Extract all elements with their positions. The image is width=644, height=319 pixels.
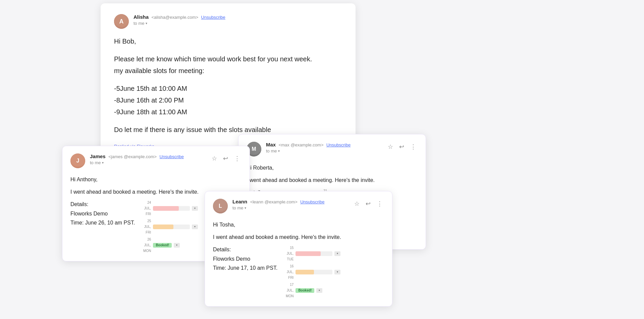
chevron-down-icon-max[interactable]: ▾ xyxy=(278,149,280,153)
greeting: Hi Bob, xyxy=(114,36,342,47)
body-max-1: I went ahead and booked a meeting. Here'… xyxy=(247,176,418,185)
cal-row-2-james: 25 JUL, FRI ▾ xyxy=(142,218,198,235)
unsubscribe-link-max[interactable]: Unsubscribe xyxy=(326,142,351,147)
cal-day-3-leann: 17 JUL, MON xyxy=(284,282,293,299)
cal-bar-1-leann xyxy=(296,251,332,256)
star-icon-leann[interactable]: ☆ xyxy=(353,199,361,209)
email-header-max: M Max <max @example.com> Unsubscribe to … xyxy=(247,142,418,156)
cal-booked-james: Booked! xyxy=(153,243,172,248)
sender-email-max: <max @example.com> xyxy=(279,142,324,147)
email-header-james: J James <james @example.com> Unsubscribe… xyxy=(70,153,241,168)
cal-day-2-leann: 16 JUL, FRI xyxy=(284,263,293,280)
email-card-leann: L Leann <leann @example.com> Unsubscribe… xyxy=(205,191,392,307)
unsubscribe-link-james[interactable]: Unsubscribe xyxy=(160,154,184,159)
avatar-face-leann: L xyxy=(213,199,228,213)
more-icon-james[interactable]: ⋮ xyxy=(233,153,241,164)
cal-dropdown-2-james[interactable]: ▾ xyxy=(192,225,198,229)
to-me-max: to me ▾ xyxy=(266,148,382,153)
star-icon-max[interactable]: ☆ xyxy=(386,142,394,152)
avatar-james: J xyxy=(70,153,85,168)
cal-bar-2-james xyxy=(153,225,190,229)
sender-email: <alisha@example.com> xyxy=(151,15,198,20)
slot-2: -8June 16th at 2:00 PM xyxy=(114,94,342,106)
details-text-james: Details: Floworks Demo Time: June 26, 10… xyxy=(70,200,135,227)
cal-row-1-james: 24 JUL, FRI ▾ xyxy=(142,200,198,217)
unsubscribe-link-leann[interactable]: Unsubscribe xyxy=(300,199,324,204)
body-text-1: Please let me know which time would work… xyxy=(114,53,342,65)
time-james: Time: June 26, 10 am PST. xyxy=(70,218,135,227)
cal-row-3-leann: 17 JUL, MON Booked! ▾ xyxy=(284,282,340,299)
cal-row-3-james: 26 JUL, MON Booked! ▾ xyxy=(142,237,198,254)
avatar-leann: L xyxy=(213,199,228,213)
cal-booked-leann: Booked! xyxy=(296,288,314,293)
body-text-2: my available slots for meeting: xyxy=(114,65,342,77)
slot-1: -5June 15th at 10:00 AM xyxy=(114,83,342,94)
chevron-down-icon[interactable]: ▾ xyxy=(146,21,147,25)
cal-bar-fill-1-leann xyxy=(296,251,321,256)
cal-dropdown-2-leann[interactable]: ▾ xyxy=(334,270,340,274)
slot-3: -9June 18th at 11:00 AM xyxy=(114,106,342,118)
cal-bar-fill-1-james xyxy=(153,206,179,211)
email-header-main: A Alisha <alisha@example.com> Unsubscrib… xyxy=(114,14,342,29)
cal-row-2-leann: 16 JUL, FRI ▾ xyxy=(284,263,340,280)
sender-name: Alisha xyxy=(133,14,149,20)
time-leann: Time: June 17, 10 am PST. xyxy=(213,263,277,272)
star-icon-james[interactable]: ☆ xyxy=(210,153,218,164)
chevron-down-icon-james[interactable]: ▾ xyxy=(102,161,104,165)
reply-icon-james[interactable]: ↩ xyxy=(222,153,229,164)
to-me-leann: to me ▾ xyxy=(232,205,348,210)
to-me-main: to me ▾ xyxy=(133,21,342,26)
cal-dropdown-3-leann[interactable]: ▾ xyxy=(316,288,322,293)
sender-info-james: James <james @example.com> Unsubscribe t… xyxy=(90,153,206,165)
cal-dropdown-1-leann[interactable]: ▾ xyxy=(334,251,340,256)
cal-dropdown-1-james[interactable]: ▾ xyxy=(192,206,198,211)
unsubscribe-link-main[interactable]: Unsubscribe xyxy=(201,15,225,20)
sender-email-james: <james @example.com> xyxy=(108,154,157,159)
header-actions-max: ☆ ↩ ⋮ xyxy=(386,142,418,152)
email-header-leann: L Leann <leann @example.com> Unsubscribe… xyxy=(213,199,384,213)
greeting-james: Hi Anthony, xyxy=(70,175,241,184)
chevron-down-icon-leann[interactable]: ▾ xyxy=(245,206,246,210)
cal-dropdown-3-james[interactable]: ▾ xyxy=(174,243,180,248)
cal-widget-james: 24 JUL, FRI ▾ 25 JUL, FRI ▾ 26 JUL, MON … xyxy=(142,200,198,254)
header-actions-james: ☆ ↩ ⋮ xyxy=(210,153,241,164)
sender-name-james: James xyxy=(90,153,106,159)
greeting-leann: Hi Tosha, xyxy=(213,220,384,229)
sender-info-leann: Leann <leann @example.com> Unsubscribe t… xyxy=(232,199,348,210)
reply-icon-leann[interactable]: ↩ xyxy=(364,199,372,209)
avatar-alisha: A xyxy=(114,14,129,29)
cal-day-3-james: 26 JUL, MON xyxy=(142,237,151,254)
sender-name-row: Alisha <alisha@example.com> Unsubscribe xyxy=(133,14,342,20)
cal-day-1-james: 24 JUL, FRI xyxy=(142,200,151,217)
sender-email-leann: <leann @example.com> xyxy=(250,199,298,204)
cal-day-2-james: 25 JUL, FRI xyxy=(142,218,151,235)
more-icon-max[interactable]: ⋮ xyxy=(409,142,418,152)
details-text-leann: Details: Floworks Demo Time: June 17, 10… xyxy=(213,245,277,272)
reply-icon-max[interactable]: ↩ xyxy=(398,142,406,152)
details-section-leann: Details: Floworks Demo Time: June 17, 10… xyxy=(213,245,384,299)
email-body-main: Hi Bob, Please let me know which time wo… xyxy=(114,36,342,136)
email-body-leann: Hi Tosha, I went ahead and booked a meet… xyxy=(213,220,384,299)
sender-name-row-leann: Leann <leann @example.com> Unsubscribe xyxy=(232,199,348,205)
details-label-james: Details: xyxy=(70,200,135,209)
body-leann-1: I went ahead and booked a meeting. Here'… xyxy=(213,233,384,242)
avatar-face-james: J xyxy=(70,153,85,168)
cal-row-1-leann: 15 JUL, TUE ▾ xyxy=(284,245,340,262)
header-actions-leann: ☆ ↩ ⋮ xyxy=(353,199,384,209)
avatar-face: A xyxy=(114,14,129,29)
meeting-name-leann: Floworks Demo xyxy=(213,254,277,263)
sender-name-row-max: Max <max @example.com> Unsubscribe xyxy=(266,142,382,148)
more-icon-leann[interactable]: ⋮ xyxy=(375,199,384,209)
greeting-max: Hi Roberta, xyxy=(247,163,418,172)
details-label-leann: Details: xyxy=(213,245,277,254)
sender-name-leann: Leann xyxy=(232,199,247,204)
meeting-name-james: Floworks Demo xyxy=(70,209,135,218)
cal-bar-2-leann xyxy=(296,270,332,274)
cal-day-1-leann: 15 JUL, TUE xyxy=(284,245,293,262)
cal-bar-fill-2-leann xyxy=(296,270,314,274)
to-me-james: to me ▾ xyxy=(90,160,206,165)
sender-info-max: Max <max @example.com> Unsubscribe to me… xyxy=(266,142,382,153)
sender-info-main: Alisha <alisha@example.com> Unsubscribe … xyxy=(133,14,342,26)
cal-widget-leann: 15 JUL, TUE ▾ 16 JUL, FRI ▾ 17 JUL, MON … xyxy=(284,245,340,299)
cal-bar-fill-2-james xyxy=(153,225,173,229)
